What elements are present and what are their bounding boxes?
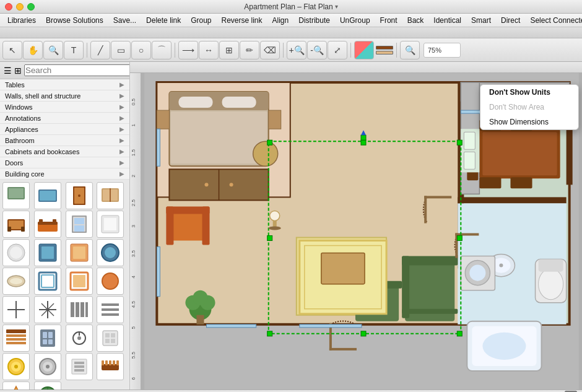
svg-rect-132 bbox=[464, 152, 475, 169]
eraser-tool[interactable]: ⌫ bbox=[260, 41, 280, 59]
category-annotations[interactable]: Annotations ▶ bbox=[0, 113, 129, 124]
shape-cell[interactable] bbox=[34, 211, 61, 238]
shape-cell[interactable] bbox=[34, 324, 61, 352]
color-btn[interactable] bbox=[354, 41, 374, 59]
svg-rect-13 bbox=[21, 227, 25, 232]
stroke-color-btn[interactable] bbox=[376, 46, 393, 50]
shape-cell[interactable] bbox=[34, 381, 61, 390]
close-button[interactable] bbox=[5, 3, 12, 11]
shape-cell[interactable] bbox=[66, 324, 93, 352]
shape-cell[interactable] bbox=[34, 296, 61, 323]
shape-cell[interactable] bbox=[97, 239, 124, 266]
expand-icon: ▶ bbox=[119, 148, 124, 155]
category-bathroom[interactable]: Bathroom ▶ bbox=[0, 135, 129, 146]
menu-item-select-connected[interactable]: Select Connected bbox=[525, 14, 582, 27]
zoom-tool[interactable]: 🔍 bbox=[43, 41, 63, 59]
menu-item-dont-show-units[interactable]: Don't Show Units bbox=[480, 85, 578, 100]
shape-cell[interactable] bbox=[66, 182, 93, 209]
svg-rect-12 bbox=[7, 227, 11, 232]
pointer-tool[interactable]: ↖ bbox=[2, 41, 22, 59]
shape-cell[interactable] bbox=[66, 353, 93, 380]
rect-tool[interactable]: ▭ bbox=[111, 41, 131, 59]
shape-cell[interactable] bbox=[2, 353, 30, 380]
fit-btn[interactable]: ⤢ bbox=[328, 41, 347, 59]
category-building-core[interactable]: Building core ▶ bbox=[0, 168, 129, 180]
menu-item-ungroup[interactable]: UnGroup bbox=[335, 14, 375, 27]
shape-cell[interactable] bbox=[97, 296, 124, 323]
shape-cell[interactable] bbox=[97, 182, 124, 209]
shape-cell[interactable] bbox=[2, 381, 30, 390]
line-tool[interactable]: ╱ bbox=[90, 41, 110, 59]
menu-item-distribute[interactable]: Distribute bbox=[293, 14, 335, 27]
menu-item-save...[interactable]: Save... bbox=[108, 14, 141, 27]
minimize-button[interactable] bbox=[16, 3, 24, 11]
svg-rect-17 bbox=[53, 219, 56, 224]
menu-item-group[interactable]: Group bbox=[186, 14, 216, 27]
ruler-mark-v: 2.5 bbox=[131, 199, 136, 206]
toolbar-separator-4 bbox=[350, 43, 351, 58]
zoom-out-btn[interactable]: -🔍 bbox=[307, 41, 327, 59]
shape-cell[interactable] bbox=[97, 324, 124, 352]
menu-item-front[interactable]: Front bbox=[375, 14, 402, 27]
pencil-tool[interactable]: ✏ bbox=[240, 41, 259, 59]
menu-item-dont-show-area[interactable]: Don't Show Area bbox=[480, 100, 578, 115]
menu-item-browse-solutions[interactable]: Browse Solutions bbox=[41, 14, 108, 27]
shape-cell[interactable] bbox=[66, 268, 93, 295]
shape-cell[interactable] bbox=[97, 353, 124, 380]
category-cabinets[interactable]: Cabinets and bookcases ▶ bbox=[0, 146, 129, 157]
category-doors[interactable]: Doors ▶ bbox=[0, 157, 129, 168]
shape-cell[interactable] bbox=[34, 182, 61, 209]
arc-tool[interactable]: ⌒ bbox=[152, 41, 172, 59]
menu-item-smart[interactable]: Smart bbox=[466, 14, 496, 27]
svg-point-25 bbox=[10, 246, 22, 259]
menu-item-delete-link[interactable]: Delete link bbox=[141, 14, 186, 27]
title-dropdown-icon[interactable]: ▾ bbox=[335, 3, 338, 10]
category-tables[interactable]: Tables ▶ bbox=[0, 79, 129, 90]
shape-cell[interactable] bbox=[34, 353, 61, 380]
search-input[interactable] bbox=[24, 64, 130, 76]
shape-cell[interactable] bbox=[2, 239, 30, 266]
svg-rect-175 bbox=[361, 331, 366, 336]
menu-item-identical[interactable]: Identical bbox=[428, 14, 466, 27]
svg-marker-85 bbox=[7, 386, 25, 390]
menu-item-libraries[interactable]: Libraries bbox=[2, 14, 41, 27]
shape-cell[interactable] bbox=[66, 239, 93, 266]
shape-cell[interactable] bbox=[2, 268, 30, 295]
shape-cell[interactable] bbox=[2, 211, 30, 238]
menu-item-reverse-link[interactable]: Reverse link bbox=[217, 14, 267, 27]
hand-tool[interactable]: ✋ bbox=[23, 41, 43, 59]
shape-cell[interactable] bbox=[2, 182, 30, 209]
maximize-button[interactable] bbox=[27, 3, 35, 11]
fill-color-btn[interactable] bbox=[376, 51, 393, 54]
menu-item-back[interactable]: Back bbox=[402, 14, 429, 27]
text-tool[interactable]: T bbox=[64, 41, 84, 59]
shape-cell[interactable] bbox=[2, 324, 30, 352]
zoom-in-btn[interactable]: +🔍 bbox=[287, 41, 306, 59]
stamp-tool[interactable]: ⊞ bbox=[219, 41, 239, 59]
ruler-mark-v: 4 bbox=[131, 276, 136, 278]
shape-cell[interactable] bbox=[66, 211, 93, 238]
svg-point-6 bbox=[78, 194, 80, 197]
menu-item-direct[interactable]: Direct bbox=[496, 14, 525, 27]
category-windows[interactable]: Windows ▶ bbox=[0, 102, 129, 113]
menu-item-show-dimensions[interactable]: Show Dimensions bbox=[480, 115, 578, 129]
search-btn[interactable]: 🔍 bbox=[400, 41, 420, 59]
menu-item-align[interactable]: Align bbox=[267, 14, 294, 27]
svg-rect-104 bbox=[402, 256, 409, 318]
connect-tool[interactable]: ⟶ bbox=[178, 41, 198, 59]
category-walls[interactable]: Walls, shell and structure ▶ bbox=[0, 90, 129, 102]
shape-cell[interactable] bbox=[97, 268, 124, 295]
circle-tool[interactable]: ○ bbox=[131, 41, 151, 59]
shape-cell[interactable] bbox=[34, 239, 61, 266]
category-appliances[interactable]: Appliances ▶ bbox=[0, 124, 129, 135]
shape-cell[interactable] bbox=[2, 296, 30, 323]
category-label: Tables bbox=[5, 81, 25, 89]
window-title: Apartment Plan – Flat Plan bbox=[244, 2, 332, 11]
floor-plan-canvas[interactable]: Don't Show Units Don't Show Area Show Di… bbox=[141, 73, 582, 390]
svg-rect-59 bbox=[43, 339, 47, 344]
dimension-tool[interactable]: ↔ bbox=[199, 41, 219, 59]
zoom-input[interactable]: 75% bbox=[423, 43, 461, 58]
shape-cell[interactable] bbox=[66, 296, 93, 323]
shape-cell[interactable] bbox=[97, 211, 124, 238]
shape-cell[interactable] bbox=[34, 268, 61, 295]
